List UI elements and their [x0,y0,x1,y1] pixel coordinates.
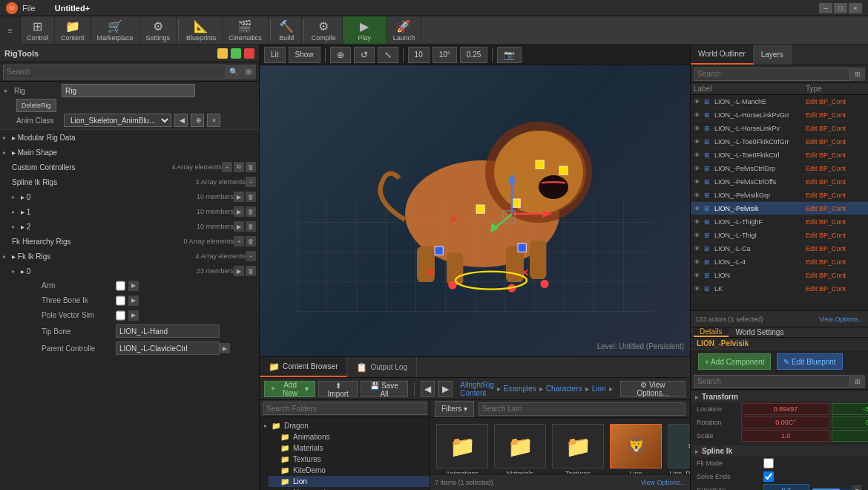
bread-lion[interactable]: Lion [592,385,606,393]
anim-class-nav[interactable]: ◀ [174,114,188,127]
anim-class-clear[interactable]: × [207,114,220,127]
outliner-item-1[interactable]: 👁 ⊞ LION_-L-HorseLinkPvGrr Edit BP_Cont [691,108,868,122]
folder-mannequin[interactable]: 📁 Mannequin [269,487,430,490]
outliner-item-0[interactable]: 👁 ⊞ LION_-L-ManchE Edit BP_Cont [691,95,868,108]
pole-vector-checkbox[interactable] [116,310,125,321]
item-type-13[interactable]: Edit BP_Cont [806,272,865,279]
folder-lion[interactable]: 📁 Lion [269,476,430,487]
rt-minimize[interactable] [217,48,228,59]
folder-dragon[interactable]: ▸ 📁 Dragon [260,420,430,431]
toolbar-compile[interactable]: ⚙ Compile [306,16,343,44]
nav-back-button[interactable]: ◀ [421,381,435,397]
details-search-btn[interactable]: ⊞ [850,375,865,388]
rt-close[interactable] [244,48,254,59]
viewport-rotate-button[interactable]: ↺ [354,47,375,63]
close-button[interactable]: × [849,3,862,13]
curvature-expand[interactable]: ▾ [852,485,862,490]
viewport-snap-button[interactable]: 10 [408,47,430,63]
viewport-show-button[interactable]: Show [289,47,320,63]
fk-ik-add[interactable]: + [246,251,256,261]
tab-world-outliner[interactable]: World Outliner [691,45,754,65]
asset-animations-folder[interactable]: 📁 Animations [436,424,488,474]
tab-world-settings[interactable]: World Settings [730,327,790,337]
curvature-input[interactable] [763,484,809,490]
folder-kitedemo[interactable]: 📁 KiteDemo [269,465,430,476]
outliner-item-2[interactable]: 👁 ⊞ LION_-L-HorseLinkPv Edit BP_Cont [691,122,868,135]
custom-ctrl-delete[interactable]: 🗑 [246,162,256,172]
rigtools-search-button[interactable]: 🔍 [226,65,241,79]
toolbar-build[interactable]: 🔨 Build [272,16,302,44]
rigtools-options-button[interactable]: ⊞ [241,65,256,79]
viewport[interactable]: Lit Show ⊕ ↺ ⤡ 10 10° 0.25 📷 [260,45,690,356]
bread-examples[interactable]: Examples [504,385,536,393]
spline-ik-add[interactable]: + [246,177,256,187]
item-type-0[interactable]: Edit BP_Cont [806,98,865,105]
rt-maximize[interactable] [231,48,241,59]
d2-delete[interactable]: 🗑 [246,221,256,232]
d1-toggle[interactable]: ▶ [234,206,244,217]
d0-item[interactable]: ▸ ▸ 0 10 members ▶ 🗑 [9,189,259,204]
outliner-item-8[interactable]: 👁 ⊞ LION_-Pelvisik Edit BP_Cont [691,202,868,215]
item-type-10[interactable]: Edit BP_Cont [806,232,865,239]
parent-ctrl-btn[interactable]: ▶ [220,343,230,353]
arm-checkbox[interactable] [116,281,125,291]
custom-controllers-item[interactable]: Custom Controllers 4 Array elements + ⧉ … [0,160,259,174]
scale-y[interactable] [832,430,868,442]
folder-materials[interactable]: 📁 Materials [269,442,430,454]
filters-button[interactable]: Filters ▾ [435,401,474,417]
item-type-7[interactable]: Edit BP_Cont [806,192,865,199]
custom-ctrl-add[interactable]: + [222,162,232,172]
folder-animations[interactable]: 📁 Animations [269,431,430,442]
maximize-button[interactable]: □ [834,3,847,13]
folder-search-input[interactable] [263,402,427,415]
fk-hier-delete[interactable]: 🗑 [246,236,256,246]
anim-class-browse[interactable]: ⊕ [191,114,204,127]
outliner-item-10[interactable]: 👁 ⊞ LION_-L-ThigI Edit BP_Cont [691,229,868,242]
viewport-lit-button[interactable]: Lit [264,47,286,63]
item-type-9[interactable]: Edit BP_Cont [806,218,865,226]
browser-view-options[interactable]: View Options... [641,479,685,486]
modular-rig-item[interactable]: ▸ ▸ Modular Rig Data [0,130,259,145]
outliner-item-5[interactable]: 👁 ⊞ LION_-PelvisCtrlGrp Edit BP_Cont [691,162,868,175]
item-type-12[interactable]: Edit BP_Cont [806,258,865,266]
tab-content-browser[interactable]: 📁 Content Browser [260,357,347,377]
item-type-2[interactable]: Edit BP_Cont [806,125,865,132]
tab-output-log[interactable]: 📋 Output Log [347,357,416,377]
pole-vector-btn[interactable]: ▶ [128,310,139,321]
viewport-angle-button[interactable]: 10° [433,47,457,63]
outliner-item-11[interactable]: 👁 ⊞ LION_-L-Ca Edit BP_Cont [691,242,868,255]
viewport-scale-button[interactable]: ⤡ [378,47,398,63]
transform-section-header[interactable]: ▸ Transform [691,391,868,402]
viewport-transform-button[interactable]: ⊕ [330,47,351,63]
viewport-scale-snap-button[interactable]: 0.25 [460,47,487,63]
three-bone-checkbox[interactable] [116,295,125,306]
d2-item[interactable]: ▸ ▸ 2 10 members ▶ 🗑 [9,219,259,234]
folder-textures[interactable]: 📁 Textures [269,454,430,465]
arm-btn[interactable]: ▶ [128,281,139,291]
item-type-6[interactable]: Edit BP_Cont [806,178,865,186]
location-x[interactable] [741,403,830,415]
outliner-search-input[interactable] [694,68,850,81]
spline-section-header[interactable]: ▸ Spline Ik [691,445,868,457]
fk0-delete[interactable]: 🗑 [246,266,256,276]
rig-name-input[interactable] [62,84,195,97]
fk0-item[interactable]: ▸ ▸ 0 23 members ▶ 🗑 [9,264,259,278]
toolbar-content[interactable]: 📁 Content [55,16,91,44]
item-type-3[interactable]: Edit BP_Cont [806,138,865,146]
item-type-11[interactable]: Edit BP_Cont [806,245,865,252]
fk-mode-checkbox[interactable] [763,458,774,468]
toolbar-launch[interactable]: 🚀 Launch [387,16,422,44]
three-bone-btn[interactable]: ▶ [128,295,139,306]
tip-bone-input[interactable] [116,324,220,338]
bread-allrightrig[interactable]: AllrightRig Content [460,381,494,397]
item-type-4[interactable]: Edit BP_Cont [806,151,865,159]
menu-file[interactable]: File [22,4,36,13]
asset-search-input[interactable] [479,402,685,416]
add-component-button[interactable]: + Add Component [698,353,771,370]
viewport-camera-button[interactable]: 📷 [497,47,522,63]
save-all-button[interactable]: 💾 Save All [361,381,407,397]
outliner-item-14[interactable]: 👁 ⊞ LK Edit BP_Cont [691,282,868,295]
toolbar-play[interactable]: ▶ Play [343,16,387,44]
minimize-button[interactable]: – [819,3,832,13]
d1-item[interactable]: ▸ ▸ 1 10 members ▶ 🗑 [9,204,259,219]
